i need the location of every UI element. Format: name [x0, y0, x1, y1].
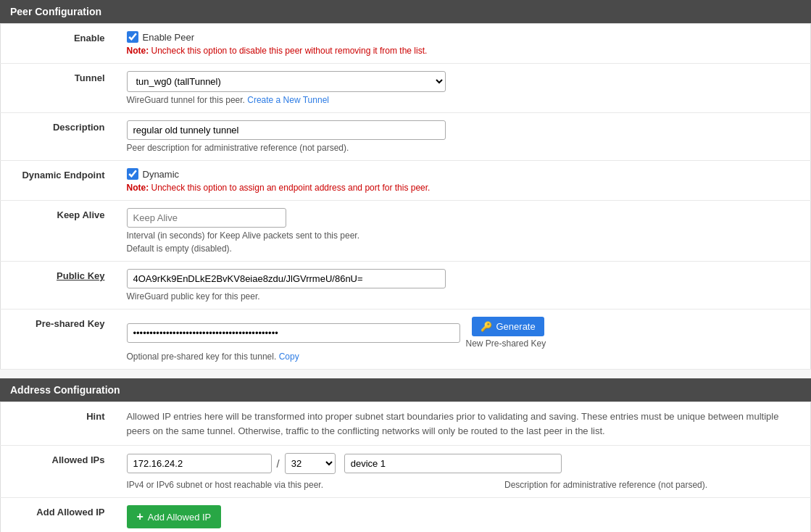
generate-btn-label: Generate: [496, 321, 536, 332]
keep-alive-input[interactable]: [127, 208, 286, 228]
peer-config-section: Peer Configuration Enable Enable Peer No…: [0, 0, 811, 370]
cidr-select[interactable]: 8 16 24 32: [285, 453, 336, 474]
hint-label: Hint: [1, 402, 117, 446]
hint-content: Allowed IP entries here will be transfor…: [117, 402, 811, 446]
enable-content: Enable Peer Note: Uncheck this option to…: [117, 24, 811, 64]
tunnel-label: Tunnel: [1, 64, 117, 113]
address-config-title: Address Configuration: [10, 384, 120, 396]
psk-copy-link[interactable]: Copy: [279, 352, 299, 362]
dynamic-checkbox[interactable]: [127, 168, 138, 180]
dynamic-checkbox-row: Dynamic: [127, 168, 801, 180]
slash-separator: /: [275, 457, 282, 470]
public-key-content: WireGuard public key for this peer.: [117, 262, 811, 309]
dynamic-note-text: Uncheck this option to assign an endpoin…: [151, 183, 431, 193]
dynamic-endpoint-content: Dynamic Note: Uncheck this option to ass…: [117, 161, 811, 201]
address-config-header: Address Configuration: [0, 378, 811, 402]
public-key-input[interactable]: [127, 269, 446, 288]
address-config-section: Address Configuration Hint Allowed IP en…: [0, 378, 811, 532]
psk-sub-prefix: Optional pre-shared key for this tunnel.: [127, 352, 279, 362]
public-key-label-text: Public Key: [57, 270, 104, 281]
pre-shared-key-row: Pre-shared Key 🔑 Generate New Pre-shared…: [1, 309, 811, 370]
description-label: Description: [1, 113, 117, 161]
add-allowed-ip-btn-label: Add Allowed IP: [148, 512, 211, 523]
dynamic-note: Note: Uncheck this option to assign an e…: [127, 183, 801, 193]
keep-alive-content: Interval (in seconds) for Keep Alive pac…: [117, 201, 811, 262]
allowed-ip-description-input[interactable]: [344, 454, 562, 473]
add-allowed-ip-content: + Add Allowed IP: [117, 498, 811, 533]
dynamic-endpoint-row: Dynamic Endpoint Dynamic Note: Uncheck t…: [1, 161, 811, 201]
new-psk-label: New Pre-shared Key: [466, 338, 546, 349]
tunnel-row: Tunnel tun_wg0 (tallTunnel) WireGuard tu…: [1, 64, 811, 113]
tunnel-select[interactable]: tun_wg0 (tallTunnel): [127, 71, 446, 92]
public-key-label: Public Key: [1, 262, 117, 309]
allowed-ip-inputs: / 8 16 24 32: [127, 453, 801, 474]
enable-note: Note: Uncheck this option to disable thi…: [127, 46, 801, 56]
hint-text: Allowed IP entries here will be transfor…: [127, 411, 779, 436]
address-config-table: Hint Allowed IP entries here will be tra…: [0, 402, 811, 532]
add-allowed-ip-row: Add Allowed IP + Add Allowed IP: [1, 498, 811, 533]
psk-label: Pre-shared Key: [1, 309, 117, 370]
psk-side: 🔑 Generate New Pre-shared Key: [466, 317, 546, 349]
dynamic-endpoint-label: Dynamic Endpoint: [1, 161, 117, 201]
hint-row: Hint Allowed IP entries here will be tra…: [1, 402, 811, 446]
keep-alive-row: Keep Alive Interval (in seconds) for Kee…: [1, 201, 811, 262]
key-icon: 🔑: [481, 321, 492, 332]
allowed-ips-label: Allowed IPs: [1, 446, 117, 498]
description-input[interactable]: [127, 120, 446, 140]
enable-checkbox-label: Enable Peer: [143, 32, 195, 43]
enable-checkbox-row: Enable Peer: [127, 31, 801, 43]
peer-config-header: Peer Configuration: [0, 0, 811, 23]
keep-alive-label: Keep Alive: [1, 201, 117, 262]
dynamic-checkbox-label: Dynamic: [143, 169, 180, 180]
add-allowed-ip-button[interactable]: + Add Allowed IP: [127, 505, 222, 528]
psk-sub-text: Optional pre-shared key for this tunnel.…: [127, 352, 801, 362]
description-row: Description Peer description for adminis…: [1, 113, 811, 161]
desc-sub-text: Description for administrative reference…: [504, 480, 707, 490]
psk-row: 🔑 Generate New Pre-shared Key: [127, 317, 801, 349]
ip-address-input[interactable]: [127, 454, 272, 473]
enable-label: Enable: [1, 24, 117, 64]
keep-alive-sub2: Default is empty (disabled).: [127, 244, 801, 254]
allowed-ips-row: Allowed IPs / 8 16 24 32 IPv4 or IPv6 su…: [1, 446, 811, 498]
enable-note-text: Uncheck this option to disable this peer…: [151, 46, 428, 56]
dynamic-note-label: Note:: [127, 183, 149, 193]
tunnel-sub-text-label: WireGuard tunnel for this peer.: [127, 95, 248, 105]
allowed-ips-content: / 8 16 24 32 IPv4 or IPv6 subnet or host…: [117, 446, 811, 498]
public-key-sub: WireGuard public key for this peer.: [127, 291, 801, 302]
plus-icon: +: [137, 510, 144, 523]
psk-input[interactable]: [127, 323, 460, 343]
generate-button[interactable]: 🔑 Generate: [472, 317, 544, 336]
peer-config-table: Enable Enable Peer Note: Uncheck this op…: [0, 23, 811, 370]
enable-note-label: Note:: [127, 46, 149, 56]
create-new-tunnel-link[interactable]: Create a New Tunnel: [247, 95, 329, 105]
description-content: Peer description for administrative refe…: [117, 113, 811, 161]
keep-alive-sub1: Interval (in seconds) for Keep Alive pac…: [127, 230, 801, 241]
peer-config-title: Peer Configuration: [10, 6, 101, 17]
description-sub-text: Peer description for administrative refe…: [127, 143, 801, 153]
tunnel-sub-text: WireGuard tunnel for this peer. Create a…: [127, 95, 801, 105]
enable-row: Enable Enable Peer Note: Uncheck this op…: [1, 24, 811, 64]
add-allowed-ip-label: Add Allowed IP: [1, 498, 117, 533]
psk-content: 🔑 Generate New Pre-shared Key Optional p…: [117, 309, 811, 370]
tunnel-content: tun_wg0 (tallTunnel) WireGuard tunnel fo…: [117, 64, 811, 113]
public-key-row: Public Key WireGuard public key for this…: [1, 262, 811, 309]
ip-sub-text: IPv4 or IPv6 subnet or host reachable vi…: [127, 480, 324, 490]
enable-checkbox[interactable]: [127, 31, 138, 43]
